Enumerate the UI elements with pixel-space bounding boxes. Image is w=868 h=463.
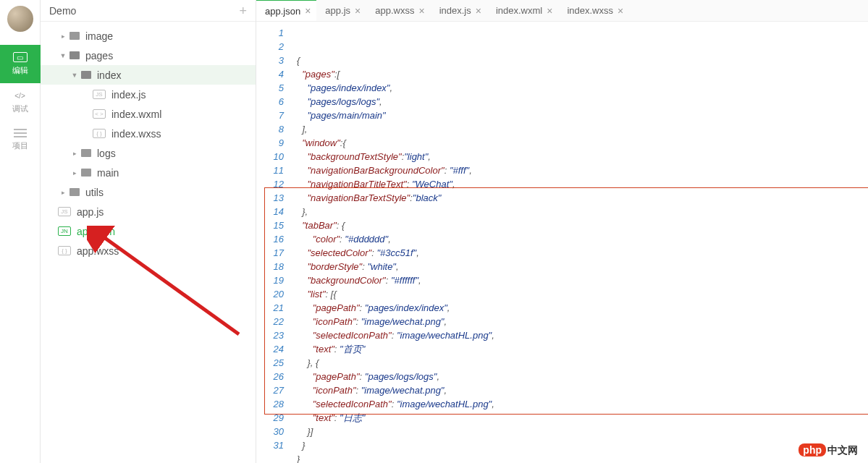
expander-icon: ▸ bbox=[59, 33, 67, 40]
tab-label: index.wxss bbox=[567, 5, 613, 16]
left-rail: ▭ 编辑 </> 调试 项目 bbox=[0, 0, 41, 463]
file-icon: JS bbox=[93, 90, 106, 99]
tree-item-label: index.wxss bbox=[111, 128, 161, 140]
tab-app-js[interactable]: app.js× bbox=[316, 0, 366, 22]
close-icon[interactable]: × bbox=[305, 5, 311, 17]
tree-folder-main[interactable]: ▸main bbox=[41, 163, 256, 182]
tab-label: app.wxss bbox=[375, 5, 414, 16]
file-icon: JN bbox=[58, 226, 71, 236]
tree-file-index-wxss[interactable]: { }index.wxss bbox=[41, 124, 256, 143]
code-editor[interactable]: 1234567891011121314151617181920212223242… bbox=[256, 22, 868, 463]
rail-debug-button[interactable]: </> 调试 bbox=[0, 83, 41, 122]
tree-item-label: index bbox=[97, 69, 121, 81]
tab-app-json[interactable]: app.json× bbox=[256, 0, 316, 21]
tree-file-app-js[interactable]: JSapp.js bbox=[41, 202, 256, 221]
tree-item-label: logs bbox=[97, 148, 116, 159]
tree-folder-index[interactable]: ▼index bbox=[41, 65, 256, 85]
file-icon: JS bbox=[58, 207, 71, 216]
tab-app-wxss[interactable]: app.wxss× bbox=[366, 0, 430, 22]
tree-file-index-js[interactable]: JSindex.js bbox=[41, 85, 256, 104]
file-icon: { } bbox=[58, 246, 71, 255]
explorer-header: Demo + bbox=[41, 0, 256, 22]
code-content[interactable]: { "pages":[ "pages/index/index", "pages/… bbox=[291, 22, 868, 463]
tree-item-label: main bbox=[97, 167, 119, 179]
close-icon[interactable]: × bbox=[355, 5, 361, 17]
tree-item-label: image bbox=[85, 30, 113, 42]
avatar[interactable] bbox=[7, 6, 33, 32]
tree-item-label: index.js bbox=[111, 89, 146, 101]
close-icon[interactable]: × bbox=[476, 5, 481, 17]
rail-project-button[interactable]: 项目 bbox=[0, 122, 41, 158]
watermark-brand: php bbox=[799, 443, 826, 456]
file-explorer: Demo + ▸image▼pages▼indexJSindex.js< >in… bbox=[41, 0, 256, 463]
editor-area: app.json×app.js×app.wxss×index.js×index.… bbox=[256, 0, 868, 463]
tree-folder-image[interactable]: ▸image bbox=[41, 26, 256, 46]
tab-label: app.js bbox=[325, 5, 350, 16]
tab-label: app.json bbox=[265, 6, 300, 17]
tree-file-app-wxss[interactable]: { }app.wxss bbox=[41, 241, 256, 260]
tree-folder-logs[interactable]: ▸logs bbox=[41, 143, 256, 163]
rail-edit-button[interactable]: ▭ 编辑 bbox=[0, 45, 41, 83]
file-icon: < > bbox=[93, 109, 106, 119]
file-icon: { } bbox=[93, 129, 106, 138]
project-root-name: Demo bbox=[49, 5, 76, 17]
folder-icon bbox=[69, 51, 80, 59]
tab-label: index.wxml bbox=[496, 5, 542, 16]
tree-item-label: app.wxss bbox=[77, 245, 119, 257]
debug-icon: </> bbox=[13, 90, 28, 101]
file-tree: ▸image▼pages▼indexJSindex.js< >index.wxm… bbox=[41, 22, 256, 265]
rail-debug-label: 调试 bbox=[12, 103, 28, 114]
folder-icon bbox=[81, 149, 91, 157]
edit-icon: ▭ bbox=[13, 52, 28, 62]
folder-icon bbox=[69, 32, 80, 40]
add-button[interactable]: + bbox=[239, 4, 247, 17]
tabs-bar: app.json×app.js×app.wxss×index.js×index.… bbox=[256, 0, 868, 22]
line-gutter: 1234567891011121314151617181920212223242… bbox=[256, 22, 291, 463]
tree-file-index-wxml[interactable]: < >index.wxml bbox=[41, 104, 256, 124]
menu-icon bbox=[14, 129, 27, 137]
tab-index-js[interactable]: index.js× bbox=[431, 0, 487, 22]
expander-icon: ▼ bbox=[71, 72, 78, 79]
close-icon[interactable]: × bbox=[618, 5, 623, 17]
tab-index-wxss[interactable]: index.wxss× bbox=[558, 0, 629, 22]
folder-icon bbox=[81, 169, 91, 177]
tree-item-label: index.wxml bbox=[111, 109, 161, 120]
tree-folder-pages[interactable]: ▼pages bbox=[41, 46, 256, 65]
folder-icon bbox=[81, 71, 91, 79]
expander-icon: ▼ bbox=[59, 52, 67, 59]
tree-item-label: utils bbox=[85, 187, 104, 198]
expander-icon: ▸ bbox=[59, 189, 67, 196]
tab-label: index.js bbox=[439, 5, 471, 16]
rail-project-label: 项目 bbox=[12, 140, 28, 151]
tree-item-label: pages bbox=[85, 50, 113, 61]
close-icon[interactable]: × bbox=[547, 5, 552, 17]
tree-item-label: app.json bbox=[77, 226, 115, 237]
tree-item-label: app.js bbox=[77, 206, 104, 218]
watermark-text: 中文网 bbox=[827, 444, 858, 456]
watermark: php中文网 bbox=[799, 444, 858, 457]
rail-edit-label: 编辑 bbox=[12, 65, 28, 76]
expander-icon: ▸ bbox=[71, 169, 78, 177]
expander-icon: ▸ bbox=[71, 150, 78, 157]
close-icon[interactable]: × bbox=[418, 5, 424, 17]
tab-index-wxml[interactable]: index.wxml× bbox=[487, 0, 558, 22]
folder-icon bbox=[69, 188, 80, 196]
tree-file-app-json[interactable]: JNapp.json bbox=[41, 221, 256, 241]
tree-folder-utils[interactable]: ▸utils bbox=[41, 182, 256, 202]
